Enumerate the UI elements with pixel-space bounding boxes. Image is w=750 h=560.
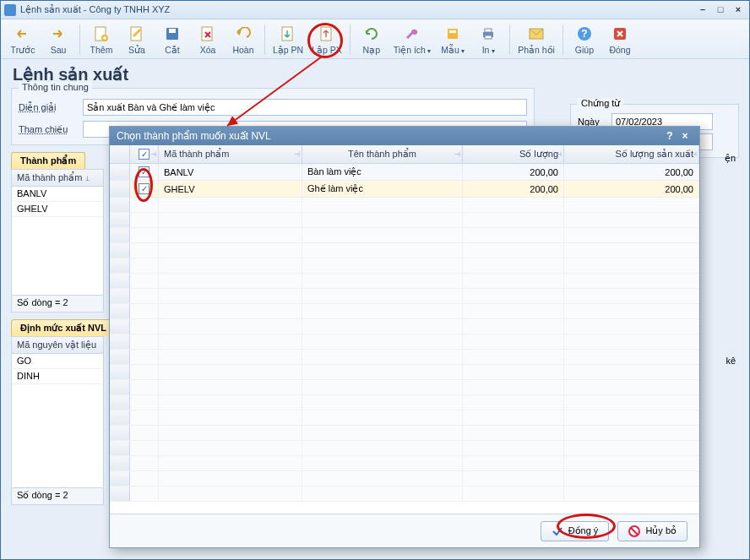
maximize-button[interactable]: □ [713,4,728,16]
tab-materials[interactable]: Định mức xuất NVL [11,319,116,336]
row-selector[interactable] [110,164,130,180]
window-title: Lệnh sản xuất - Công ty TNHH XYZ [20,4,170,15]
modal-header-prodqty[interactable]: Số lượng sản xuất⊣ [564,145,699,163]
input-diengiai[interactable] [83,99,527,116]
materials-row[interactable]: GO [12,354,103,369]
receipt-out-icon [318,24,336,43]
modal-row[interactable]: ✓GHELVGhế làm việc200,00200,00 [110,181,699,198]
back-button[interactable]: Trước [6,23,40,57]
ok-button[interactable]: Đồng ý [541,521,610,541]
delete-button[interactable]: Xóa [191,23,225,57]
page-delete-icon [198,24,217,43]
row-selector[interactable] [110,181,130,197]
row-name: Ghế làm việc [302,181,463,197]
close-icon [611,24,629,43]
page-title: Lệnh sản xuất [1,59,749,88]
row-code: GHELV [159,181,302,197]
undo-button[interactable]: Hoàn [226,23,260,57]
svg-rect-11 [485,29,492,32]
print-button[interactable]: In [471,23,505,57]
svg-rect-12 [485,35,492,39]
app-icon [4,4,16,16]
utility-button[interactable]: Tiện ích [390,23,434,57]
help-icon: ? [575,24,594,43]
printer-icon [479,24,497,43]
modal-header-selector[interactable] [110,145,130,163]
modal-close-button[interactable]: × [677,130,693,142]
row-checkbox[interactable]: ✓ [130,164,159,180]
label-diengiai: Diễn giải [19,102,83,113]
products-row[interactable]: BANLV [12,187,103,202]
label-en-partial: ện [725,153,736,164]
modal-row[interactable]: ✓BANLVBàn làm việc200,00200,00 [110,164,699,181]
close-window-button[interactable]: × [731,4,746,16]
modal-header-checkall[interactable]: ✓⊣ [130,145,159,163]
minimize-button[interactable]: – [695,4,710,16]
page-add-icon [92,24,111,43]
row-qty: 200,00 [463,181,564,197]
modal-header-name[interactable]: Tên thành phẩm⊣ [302,145,463,163]
document-group-title: Chứng từ [578,98,623,109]
svg-rect-9 [449,30,456,33]
lap-px-button[interactable]: Lập PX [308,23,345,57]
modal-header-qty[interactable]: Số lượng⊣ [463,145,564,163]
pin-icon: ⟂ [85,174,90,182]
add-button[interactable]: Thêm [84,23,118,57]
materials-status: Số dòng = 2 [11,488,104,505]
modal-grid[interactable]: ✓⊣ Mã thành phẩm⊣ Tên thành phẩm⊣ Số lượ… [110,145,699,514]
select-products-modal: Chọn thành phẩm muốn xuất NVL ? × ✓⊣ Mã … [109,126,700,548]
save-icon [163,24,182,43]
row-qty: 200,00 [463,164,564,180]
edit-button[interactable]: Sửa [120,23,154,57]
products-row[interactable]: GHELV [12,202,103,217]
receipt-in-icon [279,24,297,43]
products-header-code: Mã thành phẩm [17,172,82,183]
titlebar: Lệnh sản xuất - Công ty TNHH XYZ – □ × [1,1,749,19]
arrow-right-icon [49,24,68,43]
materials-header-code: Mã nguyên vật liệu [17,340,96,351]
svg-text:?: ? [581,28,587,40]
materials-grid[interactable]: Mã nguyên vật liệu GO DINH [11,336,104,488]
reload-button[interactable]: Nạp [355,23,389,57]
products-status: Số dòng = 2 [11,296,104,313]
cancel-button[interactable]: Hủy bỏ [617,521,688,541]
modal-header-code[interactable]: Mã thành phẩm⊣ [159,145,302,163]
cut-button[interactable]: Cắt [155,23,189,57]
template-icon [443,24,462,43]
row-checkbox[interactable]: ✓ [130,181,159,197]
label-thamchieu: Tham chiếu [19,124,83,135]
modal-help-button[interactable]: ? [662,130,677,142]
svg-rect-8 [448,29,458,39]
reload-icon [362,24,381,43]
toolbar: Trước Sau Thêm Sửa Cắt Xóa Hoàn Lập PN L… [1,19,749,59]
help-button[interactable]: ?Giúp [568,23,601,57]
template-button[interactable]: Mẫu [436,23,470,57]
svg-rect-4 [169,29,176,33]
modal-titlebar: Chọn thành phẩm muốn xuất NVL ? × [110,127,699,145]
materials-row[interactable]: DINH [12,369,103,384]
modal-footer: Đồng ý Hủy bỏ [110,514,699,547]
mail-icon [527,24,546,43]
label-ke-partial: kê [726,356,736,366]
products-grid[interactable]: Mã thành phẩm⟂ BANLV GHELV [11,169,104,296]
wrench-icon [403,24,421,43]
arrow-left-icon [14,24,32,43]
modal-title: Chọn thành phẩm muốn xuất NVL [117,130,271,142]
forward-button[interactable]: Sau [41,23,75,57]
close-button[interactable]: Đóng [603,23,637,57]
feedback-button[interactable]: Phản hồi [514,23,558,57]
lap-pn-button[interactable]: Lập PN [269,23,307,57]
page-edit-icon [128,24,146,43]
row-code: BANLV [159,164,302,180]
undo-icon [234,24,253,43]
general-info-title: Thông tin chung [19,82,92,92]
check-icon [552,525,563,537]
row-name: Bàn làm việc [302,164,463,180]
tab-products[interactable]: Thành phẩm [11,152,85,169]
row-prod-qty: 200,00 [564,164,699,180]
cancel-icon [628,525,640,537]
row-prod-qty: 200,00 [564,181,699,197]
